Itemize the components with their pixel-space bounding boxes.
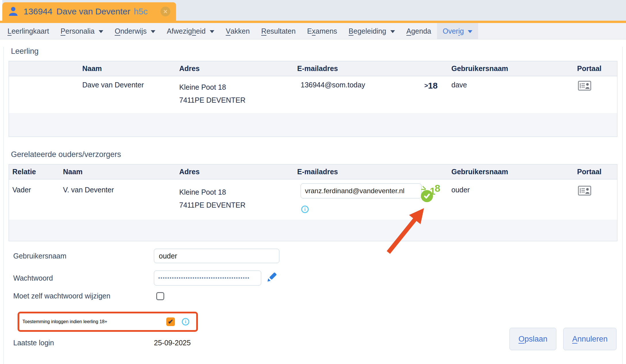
col-emailadres: E-mailadres [297,64,426,73]
gebruikersnaam-label: Gebruikersnaam [13,252,154,260]
laatste-login-label: Laatste login [13,339,154,347]
cell-relatie: Vader [9,179,63,220]
col-naam: Naam [82,64,179,73]
laatste-login-value: 25-09-2025 [154,339,191,347]
tab-personalia[interactable]: Personalia [55,23,109,39]
moet-zelf-checkbox[interactable] [156,292,164,300]
student-class: h5c [134,7,148,16]
student-row: Dave van Deventer Kleine Poot 18 7411PE … [9,76,617,113]
empty-row-band [9,220,617,241]
moet-zelf-row: Moet zelf wachtwoord wijzigen [13,292,622,300]
age-18plus-verified-icon: > 1 8 [421,184,444,203]
tab-leerlingkaart[interactable]: Leerlingkaart [2,23,55,39]
chevron-down-icon [210,30,214,33]
tab-onderwijs[interactable]: Onderwijs [109,23,161,39]
col-portaal: Portaal [577,64,617,73]
main-navbar: Leerlingkaart Personalia Onderwijs Afwez… [0,23,626,39]
tab-overig[interactable]: Overig [437,23,478,39]
person-icon [8,6,18,17]
student-id: 136944 [24,7,52,16]
annuleren-button[interactable]: Annuleren [563,328,617,350]
tab-vakken[interactable]: Vakken [220,23,255,39]
parent-email-input[interactable] [301,183,421,198]
section-title-ouders: Gerelateerde ouders/verzorgers [11,150,622,159]
close-icon[interactable] [161,7,170,16]
tab-underline [0,21,626,23]
cell-gebruikersnaam: ouder [451,179,577,220]
gebruikersnaam-input[interactable] [154,249,279,263]
col-naam: Naam [63,168,179,176]
info-icon[interactable] [182,318,189,325]
portal-card-icon[interactable] [578,186,591,197]
opslaan-button[interactable]: Opslaan [509,328,556,350]
wachtwoord-label: Wachtwoord [13,274,154,282]
info-icon[interactable] [301,206,309,213]
empty-row-band [9,113,617,137]
cell-naam: V. van Deventer [63,179,179,220]
cell-age: > 1 8 [426,179,451,220]
portal-card-icon[interactable] [578,81,591,92]
tab-afwezigheid[interactable]: Afwezigheid [161,23,220,39]
chevron-down-icon [151,30,155,33]
student-table: Naam Adres E-mailadres Gebruikersnaam Po… [9,61,617,137]
edit-pencil-icon[interactable] [266,272,277,284]
check-circle-icon [421,190,433,202]
cell-emailadres [297,179,426,220]
cell-adres: Kleine Poot 18 7411PE DEVENTER [179,179,297,220]
annotation-highlight-box: Toestemming inloggen indien leerling 18+ [18,312,198,332]
cell-gebruikersnaam: dave [451,76,577,113]
form-actions: Opslaan Annuleren [509,328,617,350]
chevron-down-icon [390,30,395,33]
content-panel: Leerling Naam Adres E-mailadres Gebruike… [3,47,623,364]
tab-resultaten[interactable]: Resultaten [255,23,301,39]
moet-zelf-label: Moet zelf wachtwoord wijzigen [13,292,154,300]
age-18plus-badge: >18 [424,81,438,91]
gebruikersnaam-row: Gebruikersnaam [13,249,622,263]
toestemming-checkbox[interactable] [166,317,175,326]
parent-row: Vader V. van Deventer Kleine Poot 18 741… [9,179,617,220]
cell-adres: Kleine Poot 18 7411PE DEVENTER [179,76,297,113]
tab-begeleiding[interactable]: Begeleiding [343,23,401,39]
parents-table: Relatie Naam Adres E-mailadres Gebruiker… [9,164,617,241]
tab-strip: 136944 Dave van Deventer h5c [0,0,626,21]
cell-naam: Dave van Deventer [82,76,179,113]
wachtwoord-row: Wachtwoord [13,271,622,286]
cell-emailadres: 136944@som.today [297,76,426,113]
cell-portaal [577,76,617,113]
chevron-down-icon [99,30,103,33]
col-adres: Adres [179,64,297,73]
col-emailadres: E-mailadres [297,168,426,176]
cell-age: >18 [426,76,451,113]
tab-agenda[interactable]: Agenda [401,23,437,39]
tab-examens[interactable]: Examens [301,23,343,39]
col-relatie: Relatie [9,168,63,176]
parents-table-header: Relatie Naam Adres E-mailadres Gebruiker… [9,164,617,179]
student-table-header: Naam Adres E-mailadres Gebruikersnaam Po… [9,61,617,76]
wachtwoord-input[interactable] [154,271,261,286]
col-portaal: Portaal [577,168,617,176]
student-name: Dave van Deventer [56,7,130,16]
col-adres: Adres [179,168,297,176]
section-title-leerling: Leerling [11,47,622,56]
cell-portaal [577,179,617,220]
student-tab[interactable]: 136944 Dave van Deventer h5c [2,2,176,21]
col-gebruikersnaam: Gebruikersnaam [451,168,577,176]
toestemming-label: Toestemming inloggen indien leerling 18+ [22,319,166,324]
col-gebruikersnaam: Gebruikersnaam [451,64,577,73]
chevron-down-icon [468,30,472,33]
